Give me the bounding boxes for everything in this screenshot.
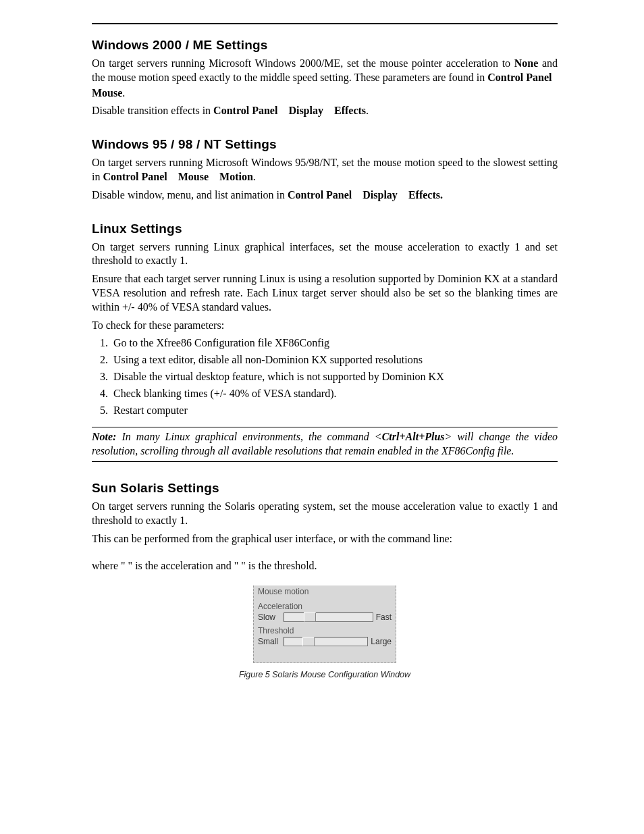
solaris-mouse-config-window: Mouse motion Acceleration Slow Fast Thre… [253, 585, 396, 663]
linux-note: Note: In many Linux graphical environmen… [92, 427, 558, 462]
threshold-label: Threshold [258, 626, 392, 635]
list-item: Check blanking times (+/- 40% of VESA st… [111, 387, 558, 401]
list-item: Using a text editor, disable all non-Dom… [111, 353, 558, 367]
linux-p1: On target servers running Linux graphica… [92, 240, 558, 269]
win2k-p1-cont: Mouse. [92, 86, 558, 101]
list-item: Restart computer [111, 404, 558, 418]
text: . [122, 87, 125, 99]
note-cmd: Ctrl+Alt+Plus [382, 431, 445, 442]
text-bold: Mouse [92, 87, 122, 99]
text-bold: Control Panel [103, 171, 167, 182]
text-bold: Control Panel [288, 189, 352, 201]
threshold-slider[interactable] [284, 637, 368, 646]
text-bold: Effects [334, 105, 366, 116]
solaris-p1: On target servers running the Solaris op… [92, 500, 558, 528]
text-bold: Control Panel [213, 105, 277, 116]
text: In many Linux graphical environments, th… [116, 431, 381, 442]
list-item: Go to the Xfree86 Configuration file XF8… [111, 336, 558, 350]
acceleration-slider[interactable] [284, 613, 373, 622]
win2k-p1: On target servers running Microsoft Wind… [92, 57, 558, 85]
heading-win95: Windows 95 / 98 / NT Settings [92, 137, 558, 152]
text: . [253, 171, 256, 182]
note-text: Note: In many Linux graphical environmen… [92, 430, 558, 459]
text-bold: Mouse [178, 171, 209, 182]
acceleration-slider-thumb[interactable] [304, 613, 316, 622]
linux-p2: Ensure that each target server running L… [92, 272, 558, 314]
large-label: Large [371, 637, 392, 646]
heading-solaris: Sun Solaris Settings [92, 481, 558, 496]
linux-p3: To check for these parameters: [92, 319, 558, 333]
text: On target servers running Microsoft Wind… [92, 57, 514, 69]
figure-5: Mouse motion Acceleration Slow Fast Thre… [92, 585, 558, 679]
text-bold: Effects. [408, 189, 443, 201]
acceleration-label: Acceleration [258, 602, 392, 611]
text: Disable window, menu, and list animation… [92, 189, 288, 201]
text-bold: Display [288, 105, 323, 116]
mouse-motion-group-label: Mouse motion [258, 587, 392, 596]
fast-label: Fast [376, 613, 392, 622]
slow-label: Slow [258, 613, 281, 622]
solaris-p2: This can be performed from the graphical… [92, 532, 558, 546]
heading-linux: Linux Settings [92, 221, 558, 236]
heading-win2k: Windows 2000 / ME Settings [92, 38, 558, 53]
top-rule [92, 23, 558, 24]
threshold-slider-row: Small Large [258, 637, 392, 646]
text: . [366, 105, 369, 116]
text-bold: None [514, 57, 539, 69]
text: Disable transition effects in [92, 105, 213, 116]
win95-p2: Disable window, menu, and list animation… [92, 188, 558, 203]
text-bold: Motion [219, 171, 253, 182]
win2k-p2: Disable transition effects in Control Pa… [92, 104, 558, 118]
text-bold: Control Panel [487, 72, 552, 83]
linux-steps: Go to the Xfree86 Configuration file XF8… [92, 336, 558, 417]
acceleration-slider-row: Slow Fast [258, 613, 392, 622]
threshold-slider-thumb[interactable] [302, 637, 315, 646]
document-page: Windows 2000 / ME Settings On target ser… [0, 0, 644, 720]
text-bold: Display [363, 189, 398, 201]
figure-caption: Figure 5 Solaris Mouse Configuration Win… [92, 670, 558, 679]
solaris-p3: where " " is the acceleration and " " is… [92, 559, 558, 573]
small-label: Small [258, 637, 281, 646]
note-label: Note: [92, 431, 116, 442]
win95-p1: On target servers running Microsoft Wind… [92, 156, 558, 184]
list-item: Disable the virtual desktop feature, whi… [111, 370, 558, 384]
